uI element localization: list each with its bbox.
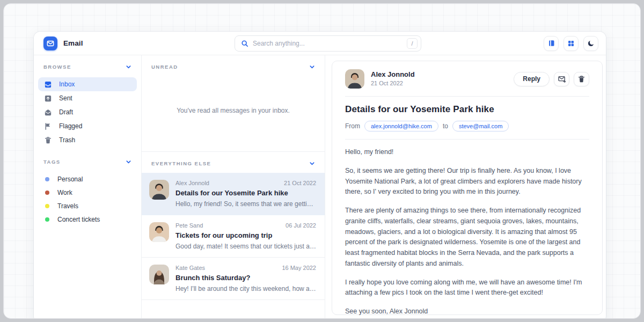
sidebar-item-inbox[interactable]: Inbox — [38, 77, 137, 91]
detail-sender-info: Alex Jonnold 21 Oct 2022 — [371, 70, 415, 87]
email-subject: Brunch this Saturday? — [175, 274, 316, 282]
avatar — [345, 69, 364, 89]
tags-section-header: TAGS — [34, 159, 141, 165]
to-label: to — [443, 122, 448, 130]
avatar — [149, 180, 169, 200]
flag-icon — [43, 122, 52, 130]
chevron-down-icon[interactable] — [126, 159, 131, 165]
email-sender: Alex Jonnold — [175, 180, 209, 186]
unread-label: UNREAD — [151, 64, 178, 70]
sidebar-item-sent[interactable]: Sent — [38, 91, 137, 105]
email-logo-icon — [43, 36, 57, 50]
sidebar-item-draft[interactable]: Draft — [38, 105, 137, 119]
search-bar[interactable]: / — [235, 35, 421, 52]
detail-header: Alex Jonnold 21 Oct 2022 Reply — [345, 69, 589, 89]
tag-color-dot — [45, 204, 49, 208]
email-date: 21 Oct 2022 — [284, 180, 316, 186]
app-content: BROWSE Inbox — [34, 55, 606, 319]
trash-icon — [43, 136, 52, 144]
email-preview: Good day, mate! It seems that our ticket… — [175, 243, 316, 250]
browse-label: BROWSE — [43, 64, 71, 70]
sent-icon — [43, 94, 52, 103]
from-email-chip[interactable]: alex.jonnold@hike.com — [364, 121, 438, 131]
apps-grid-button[interactable] — [564, 36, 579, 51]
chevron-down-icon[interactable] — [126, 64, 131, 70]
sidebar-item-label: Draft — [59, 108, 73, 116]
detail-date: 21 Oct 2022 — [371, 80, 415, 87]
to-email-chip[interactable]: steve@mail.com — [452, 121, 509, 131]
everything-else-label: EVERYTHING ELSE — [151, 160, 211, 166]
tags-list: Personal Work Travels Concert tickets — [34, 172, 141, 226]
email-date: 06 Jul 2022 — [286, 222, 316, 229]
tag-item-personal[interactable]: Personal — [38, 172, 137, 186]
email-summary: Kate Gates 16 May 2022 Brunch this Satur… — [175, 265, 316, 292]
sidebar-item-label: Inbox — [59, 80, 75, 88]
email-subject: Tickets for our upcoming trip — [175, 231, 316, 239]
tag-label: Personal — [57, 175, 83, 183]
email-subject: Details for our Yosemite Park hike — [175, 189, 316, 197]
search-icon — [241, 40, 248, 47]
app-title: Email — [63, 39, 83, 47]
tag-item-concert-tickets[interactable]: Concert tickets — [38, 213, 137, 226]
unread-empty-state: You've read all messages in your inbox. — [142, 70, 325, 151]
notebook-button[interactable] — [544, 36, 559, 51]
email-list-item-alex[interactable]: Alex Jonnold 21 Oct 2022 Details for our… — [142, 173, 325, 215]
from-to-row: From alex.jonnold@hike.com to steve@mail… — [345, 121, 589, 131]
tag-label: Travels — [57, 202, 78, 210]
dark-mode-button[interactable] — [583, 36, 598, 51]
detail-actions: Reply — [514, 72, 589, 86]
desktop-background: Email / — [3, 3, 641, 319]
mail-forward-icon — [558, 75, 566, 83]
body-paragraph: So, it seems we are getting there! Our t… — [345, 166, 589, 197]
tag-color-dot — [45, 191, 49, 195]
avatar — [149, 222, 169, 242]
email-detail-panel: Alex Jonnold 21 Oct 2022 Reply — [325, 55, 606, 319]
sidebar: BROWSE Inbox — [34, 55, 142, 319]
app-header: Email / — [34, 32, 606, 55]
everything-else-section-header: EVERYTHING ELSE — [142, 151, 325, 166]
body-paragraph: There are plenty of amazing things to se… — [345, 206, 589, 269]
sidebar-item-trash[interactable]: Trash — [38, 133, 137, 147]
email-detail-card: Alex Jonnold 21 Oct 2022 Reply — [332, 61, 603, 315]
reply-button[interactable]: Reply — [514, 72, 550, 86]
search-shortcut-key: / — [407, 38, 418, 49]
search-input[interactable] — [253, 40, 402, 47]
browse-section-header: BROWSE — [34, 64, 141, 70]
body-paragraph: I really hope you love coming along with… — [345, 277, 589, 299]
tag-item-work[interactable]: Work — [38, 186, 137, 199]
sidebar-item-label: Trash — [59, 136, 75, 144]
sidebar-item-label: Sent — [59, 94, 72, 102]
grid-icon — [567, 40, 575, 47]
avatar — [149, 265, 169, 284]
notebook-icon — [547, 39, 555, 47]
email-app-window: Email / — [34, 32, 606, 319]
email-body-text: Hello, my friend! So, it seems we are ge… — [345, 147, 589, 317]
delete-button[interactable] — [574, 72, 589, 86]
inbox-icon — [43, 80, 52, 89]
email-list-item-pete[interactable]: Pete Sand 06 Jul 2022 Tickets for our up… — [142, 215, 325, 258]
moon-icon — [587, 40, 595, 47]
divider — [345, 139, 589, 140]
forward-mail-button[interactable] — [554, 72, 569, 86]
email-list-item-kate[interactable]: Kate Gates 16 May 2022 Brunch this Satur… — [142, 258, 325, 300]
chevron-down-icon[interactable] — [309, 64, 315, 70]
tag-color-dot — [45, 217, 49, 222]
tag-label: Work — [57, 189, 72, 196]
body-paragraph: See you soon, Alex Jonnold — [345, 306, 589, 317]
app-brand: Email — [43, 36, 204, 50]
email-summary: Pete Sand 06 Jul 2022 Tickets for our up… — [175, 222, 316, 250]
sidebar-item-label: Flagged — [59, 122, 82, 130]
detail-sender-name: Alex Jonnold — [371, 70, 415, 79]
sidebar-item-flagged[interactable]: Flagged — [38, 119, 137, 133]
tag-item-travels[interactable]: Travels — [38, 199, 137, 213]
email-summary: Alex Jonnold 21 Oct 2022 Details for our… — [175, 180, 316, 208]
unread-section-header: UNREAD — [142, 55, 325, 70]
from-label: From — [345, 122, 360, 130]
email-sender: Pete Sand — [175, 222, 203, 229]
email-list: Alex Jonnold 21 Oct 2022 Details for our… — [142, 173, 325, 300]
tags-label: TAGS — [43, 159, 61, 165]
draft-icon — [43, 108, 52, 116]
chevron-down-icon[interactable] — [309, 160, 315, 166]
email-preview: Hey! I'll be around the city this weeken… — [175, 285, 316, 292]
browse-list: Inbox Sent Draft — [34, 77, 141, 147]
